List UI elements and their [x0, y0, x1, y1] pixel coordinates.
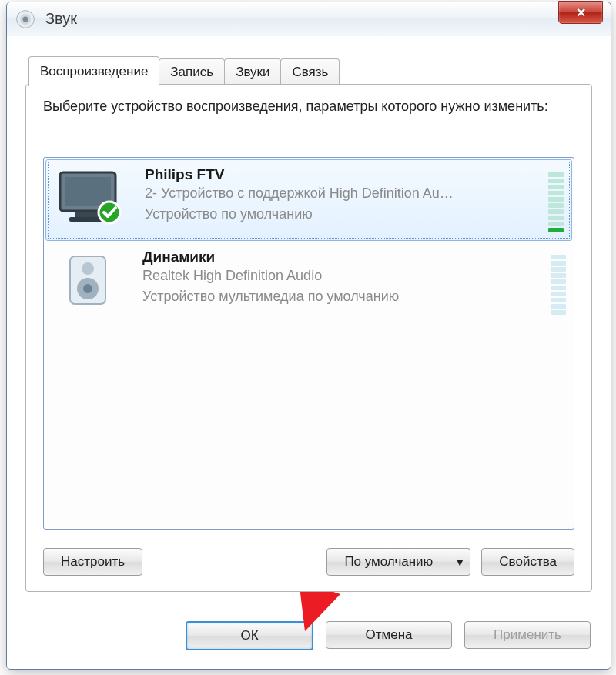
device-item[interactable]: Philips FTV 2- Устройство с поддержкой H… — [45, 159, 572, 241]
title-bar[interactable]: Звук ✕ — [7, 2, 611, 37]
sound-dialog: Звук ✕ Воспроизведение Запись Звуки Связ… — [6, 2, 611, 670]
close-icon: ✕ — [576, 5, 586, 20]
device-desc: Realtek High Definition Audio — [142, 266, 520, 286]
monitor-icon — [57, 169, 123, 226]
panel-buttons: Настроить По умолчанию ▾ Свойства — [43, 546, 574, 577]
set-default-dropdown[interactable]: ▾ — [450, 548, 470, 576]
window-title: Звук — [45, 10, 77, 28]
client-area: Воспроизведение Запись Звуки Связь Выбер… — [7, 36, 611, 669]
close-button[interactable]: ✕ — [558, 1, 603, 24]
dialog-buttons: ОК Отмена Применить — [7, 621, 611, 655]
device-name: Philips FTV — [145, 166, 517, 183]
tab-strip: Воспроизведение Запись Звуки Связь — [28, 56, 339, 86]
speaker-icon — [55, 252, 121, 309]
sound-icon — [15, 8, 36, 30]
device-name: Динамики — [142, 249, 520, 266]
cancel-button[interactable]: Отмена — [326, 621, 452, 649]
properties-button[interactable]: Свойства — [481, 548, 574, 576]
chevron-down-icon: ▾ — [457, 554, 464, 570]
tab-panel-playback: Выберите устройство воспроизведения, пар… — [25, 84, 592, 592]
svg-point-11 — [83, 284, 92, 293]
volume-meter — [551, 250, 566, 315]
configure-button[interactable]: Настроить — [43, 548, 142, 576]
device-text: Динамики Realtek High Definition Audio У… — [142, 249, 520, 307]
apply-button[interactable]: Применить — [464, 621, 591, 649]
device-text: Philips FTV 2- Устройство с поддержкой H… — [145, 166, 517, 225]
ok-button[interactable]: ОК — [186, 621, 313, 650]
device-status: Устройство по умолчанию — [145, 204, 517, 225]
device-status: Устройство мультимедиа по умолчанию — [142, 286, 520, 307]
svg-rect-5 — [75, 212, 100, 217]
device-list[interactable]: Philips FTV 2- Устройство с поддержкой H… — [43, 157, 574, 530]
instruction-text: Выберите устройство воспроизведения, пар… — [43, 97, 574, 115]
svg-point-2 — [23, 17, 28, 22]
volume-meter — [548, 168, 564, 232]
set-default-button[interactable]: По умолчанию — [326, 548, 450, 576]
svg-point-9 — [82, 262, 94, 275]
set-default-split: По умолчанию ▾ — [326, 548, 470, 576]
device-item[interactable]: Динамики Realtek High Definition Audio У… — [44, 242, 574, 326]
tab-playback[interactable]: Воспроизведение — [28, 56, 159, 86]
device-desc: 2- Устройство с поддержкой High Definiti… — [145, 183, 517, 204]
